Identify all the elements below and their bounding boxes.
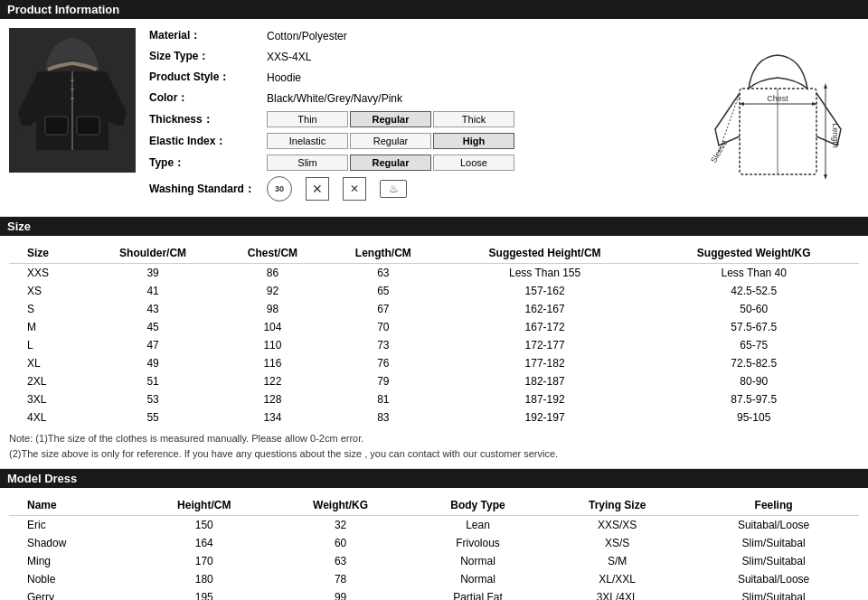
thickness-row: Thickness： Thin Regular Thick <box>149 111 687 127</box>
table-cell: 65-75 <box>648 336 859 354</box>
table-row: 4XL5513483192-19795-105 <box>9 408 859 427</box>
table-cell: 128 <box>220 390 326 408</box>
table-cell: 195 <box>137 588 271 600</box>
table-row: Gerry19599Partial Fat3XL/4XLSlim/Suitaba… <box>9 588 859 600</box>
table-row: M4510470167-17257.5-67.5 <box>9 318 859 336</box>
table-cell: Suitabal/Loose <box>688 570 859 588</box>
table-cell: 187-192 <box>441 390 649 408</box>
product-style-row: Product Style： Hoodie <box>149 70 687 85</box>
size-table: Size Shoulder/CM Chest/CM Length/CM Sugg… <box>9 243 859 427</box>
wash-icon-30: 30 <box>267 176 292 202</box>
table-cell: 104 <box>220 318 326 336</box>
feeling-col-header: Feeling <box>688 495 859 516</box>
table-cell: 67 <box>326 300 441 318</box>
note-2: (2)The size above is only for reference.… <box>9 446 859 462</box>
elastic-high: High <box>433 133 514 149</box>
length-col-header: Length/CM <box>326 243 441 264</box>
table-cell: 3XL <box>9 390 86 408</box>
product-info-content: Material： Cotton/Polyester Size Type： XX… <box>0 19 868 217</box>
table-cell: Slim/Suitabal <box>688 588 859 600</box>
weight-col-header: Weight/KG <box>271 495 410 516</box>
table-cell: Lean <box>410 516 546 535</box>
elastic-label: Elastic Index： <box>149 134 267 149</box>
model-table: Name Height/CM Weight/KG Body Type Tryin… <box>9 495 859 600</box>
table-cell: Partial Fat <box>410 588 546 600</box>
table-row: 2XL5112279182-18780-90 <box>9 372 859 390</box>
table-cell: 180 <box>137 570 271 588</box>
svg-text:Length: Length <box>831 123 840 148</box>
height-col-header: Height/CM <box>137 495 271 516</box>
model-table-header-row: Name Height/CM Weight/KG Body Type Tryin… <box>9 495 859 516</box>
table-cell: 78 <box>271 570 410 588</box>
svg-text:Chest: Chest <box>767 94 788 103</box>
table-cell: 92 <box>220 282 326 300</box>
table-cell: 57.5-67.5 <box>648 318 859 336</box>
table-cell: 80-90 <box>648 372 859 390</box>
table-cell: 51 <box>86 372 220 390</box>
type-regular: Regular <box>350 155 431 171</box>
table-cell: 98 <box>220 300 326 318</box>
elastic-regular: Regular <box>350 133 431 149</box>
table-cell: 164 <box>137 534 271 552</box>
size-type-label: Size Type： <box>149 49 267 64</box>
weight-col-header: Suggested Weight/KG <box>648 243 859 264</box>
elastic-row: Elastic Index： Inelastic Regular High <box>149 133 687 149</box>
table-cell: Normal <box>410 552 546 570</box>
table-cell: XS <box>9 282 86 300</box>
svg-marker-18 <box>824 174 827 180</box>
table-cell: Eric <box>9 516 137 535</box>
table-cell: 3XL/4XL <box>546 588 688 600</box>
table-cell: 47 <box>86 336 220 354</box>
wash-icon-no-iron: ✕ <box>343 177 366 201</box>
table-cell: Slim/Suitabal <box>688 534 859 552</box>
table-row: Noble18078NormalXL/XXLSuitabal/Loose <box>9 570 859 588</box>
svg-rect-7 <box>36 150 108 159</box>
table-cell: 177-182 <box>441 354 649 372</box>
washing-icons: 30 ✕ ✕ ♨ <box>267 176 407 202</box>
table-cell: 116 <box>220 354 326 372</box>
elastic-inelastic: Inelastic <box>267 133 348 149</box>
table-cell: 55 <box>86 408 220 427</box>
size-col-header: Size <box>9 243 86 264</box>
table-cell: 43 <box>86 300 220 318</box>
table-cell: L <box>9 336 86 354</box>
table-cell: XXS <box>9 264 86 283</box>
table-cell: Ming <box>9 552 137 570</box>
thickness-regular: Regular <box>350 111 431 127</box>
table-row: L4711073172-17765-75 <box>9 336 859 354</box>
product-style-label: Product Style： <box>149 70 267 85</box>
table-row: XL4911676177-18272.5-82.5 <box>9 354 859 372</box>
table-cell: 99 <box>271 588 410 600</box>
thickness-label: Thickness： <box>149 112 267 127</box>
table-cell: 79 <box>326 372 441 390</box>
table-cell: 50-60 <box>648 300 859 318</box>
table-cell: XL/XXL <box>546 570 688 588</box>
table-cell: Shadow <box>9 534 137 552</box>
table-cell: 41 <box>86 282 220 300</box>
table-cell: Frivolous <box>410 534 546 552</box>
table-cell: 110 <box>220 336 326 354</box>
type-slim: Slim <box>267 155 348 171</box>
wash-icon-no-bleach: ✕ <box>306 177 329 201</box>
size-notes: Note: (1)The size of the clothes is meas… <box>9 431 859 461</box>
color-row: Color： Black/White/Grey/Navy/Pink <box>149 90 687 106</box>
table-cell: XXS/XS <box>546 516 688 535</box>
table-cell: 81 <box>326 390 441 408</box>
table-cell: 63 <box>271 552 410 570</box>
table-cell: Less Than 155 <box>441 264 649 283</box>
thickness-thin: Thin <box>267 111 348 127</box>
table-cell: 53 <box>86 390 220 408</box>
size-section: Size Shoulder/CM Chest/CM Length/CM Sugg… <box>0 236 868 469</box>
table-cell: 42.5-52.5 <box>648 282 859 300</box>
svg-rect-8 <box>45 117 68 135</box>
product-details: Material： Cotton/Polyester Size Type： XX… <box>145 28 687 207</box>
trying-size-col-header: Trying Size <box>546 495 688 516</box>
svg-text:Sleeve: Sleeve <box>709 138 729 164</box>
table-cell: Slim/Suitabal <box>688 552 859 570</box>
table-cell: Less Than 40 <box>648 264 859 283</box>
table-cell: 65 <box>326 282 441 300</box>
table-cell: 63 <box>326 264 441 283</box>
svg-rect-5 <box>18 126 34 133</box>
height-col-header: Suggested Height/CM <box>441 243 649 264</box>
product-info-section-header: Product Information <box>0 0 868 19</box>
